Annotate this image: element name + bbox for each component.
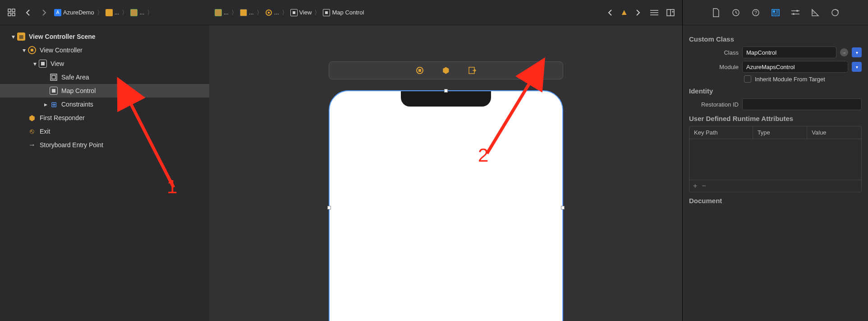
tab-size[interactable] xyxy=(809,7,821,19)
outline-exit[interactable]: ⎋ Exit xyxy=(0,125,209,138)
svg-text:?: ? xyxy=(754,10,757,15)
breadcrumb-center: ... 〉 ... 〉 ... 〉 View 〉 xyxy=(215,9,600,17)
forward-button[interactable] xyxy=(632,6,644,19)
crumb-label: ... xyxy=(115,9,119,16)
tab-file[interactable] xyxy=(710,7,722,19)
chevron-right-icon: 〉 xyxy=(122,9,128,17)
outline-scene[interactable]: ▾ ▦ View Controller Scene xyxy=(0,30,209,43)
viewcontroller-icon[interactable] xyxy=(416,66,424,74)
svg-point-29 xyxy=(793,13,795,15)
outline-label: View Controller xyxy=(40,47,83,54)
arrow-right-icon: → xyxy=(28,141,36,149)
selection-handle[interactable] xyxy=(327,206,331,209)
view-icon xyxy=(323,9,330,16)
chevron-right-icon: 〉 xyxy=(314,9,320,17)
outline-label: Constraints xyxy=(61,101,93,108)
inherit-module-checkbox[interactable] xyxy=(744,75,751,83)
restoration-field[interactable] xyxy=(742,98,862,110)
runtime-attributes-body[interactable] xyxy=(689,139,861,180)
exit-icon[interactable] xyxy=(468,66,476,74)
forward-button[interactable] xyxy=(38,6,51,19)
canvas[interactable]: ⬢ xyxy=(209,25,682,321)
tab-connections[interactable] xyxy=(829,7,841,19)
outline-mapcontrol[interactable]: Map Control xyxy=(0,84,209,98)
cube-icon: ⬢ xyxy=(28,114,36,122)
remove-attribute-button[interactable]: − xyxy=(702,182,706,190)
col-type[interactable]: Type xyxy=(753,126,808,139)
class-dropdown-button[interactable]: ▾ xyxy=(852,47,862,57)
crumb-folder[interactable]: ... xyxy=(106,9,119,16)
outline-viewcontroller[interactable]: ▾ View Controller xyxy=(0,43,209,57)
crumb-mapcontrol[interactable]: Map Control xyxy=(323,9,364,16)
class-field[interactable] xyxy=(742,47,836,58)
chevron-down-icon[interactable]: ▾ xyxy=(32,60,38,67)
jump-bar-center: ... 〉 ... 〉 ... 〉 View 〉 xyxy=(209,0,682,25)
svg-rect-4 xyxy=(51,74,57,80)
warning-icon[interactable]: ▲ xyxy=(620,8,628,17)
crumb-label: ... xyxy=(274,9,279,16)
chevron-down-icon[interactable]: ▾ xyxy=(21,47,27,53)
folder-icon xyxy=(106,9,113,16)
outline-entrypoint[interactable]: → Storyboard Entry Point xyxy=(0,138,209,152)
crumb-item[interactable]: ... xyxy=(240,9,254,16)
back-button[interactable] xyxy=(22,6,34,19)
crumb-item[interactable]: ... xyxy=(265,9,279,16)
crumb-item[interactable]: ... xyxy=(215,9,229,16)
svg-rect-7 xyxy=(268,12,270,14)
outline-label: First Responder xyxy=(40,114,85,121)
inspector-body: Custom Class Class → ▾ Module ▾ Inherit … xyxy=(683,25,868,214)
navigate-arrow-icon[interactable]: → xyxy=(840,48,848,56)
section-custom-class: Custom Class xyxy=(689,35,862,43)
outline-firstresponder[interactable]: ⬢ First Responder xyxy=(0,111,209,125)
firstresponder-icon[interactable]: ⬢ xyxy=(442,66,450,74)
storyboard-icon xyxy=(215,9,222,16)
chevron-down-icon[interactable]: ▾ xyxy=(10,33,16,40)
crumb-storyboard[interactable]: ... xyxy=(130,9,144,16)
outline-label: View xyxy=(51,60,64,67)
svg-rect-3 xyxy=(12,13,15,16)
tab-identity[interactable] xyxy=(770,7,781,19)
crumb-label: View xyxy=(299,9,312,16)
selection-handle[interactable] xyxy=(444,89,448,93)
col-keypath[interactable]: Key Path xyxy=(689,126,753,139)
outline-safearea[interactable]: Safe Area xyxy=(0,70,209,84)
restoration-label: Restoration ID xyxy=(689,101,739,108)
document-outline: ▾ ▦ View Controller Scene ▾ View Control… xyxy=(0,25,209,321)
add-editor-icon[interactable] xyxy=(664,6,677,19)
outline-constraints[interactable]: ▸ ⊞ Constraints xyxy=(0,98,209,111)
viewcontroller-icon xyxy=(265,9,272,16)
module-dropdown-button[interactable]: ▾ xyxy=(852,62,862,72)
back-button[interactable] xyxy=(604,6,616,19)
scene-dock[interactable]: ⬢ xyxy=(329,61,563,79)
col-value[interactable]: Value xyxy=(807,126,861,139)
chevron-right-icon[interactable]: ▸ xyxy=(42,101,49,107)
tab-attributes[interactable] xyxy=(790,7,801,19)
outline-view[interactable]: ▾ View xyxy=(0,57,209,70)
device-frame[interactable] xyxy=(329,90,563,321)
crumb-label: ... xyxy=(139,9,144,16)
crumb-label: ... xyxy=(249,9,254,16)
class-label: Class xyxy=(689,49,739,56)
selection-handle[interactable] xyxy=(561,206,565,209)
crumb-view[interactable]: View xyxy=(290,9,312,16)
safearea-icon xyxy=(50,73,58,81)
tab-help[interactable]: ? xyxy=(750,7,762,19)
scene-icon: ▦ xyxy=(17,33,25,41)
svg-point-27 xyxy=(796,10,798,12)
chevron-right-icon: 〉 xyxy=(257,9,262,17)
svg-rect-22 xyxy=(773,10,775,13)
outline-label: Storyboard Entry Point xyxy=(40,141,103,149)
module-field[interactable] xyxy=(742,61,848,73)
outline-label: Map Control xyxy=(61,87,96,94)
view-icon xyxy=(39,60,47,68)
breadcrumb: A AzureDemo 〉 ... 〉 ... 〉 xyxy=(54,9,204,17)
adjust-editor-icon[interactable] xyxy=(648,6,661,19)
view-icon xyxy=(50,87,58,95)
jump-bar: A AzureDemo 〉 ... 〉 ... 〉 xyxy=(0,0,209,25)
crumb-project[interactable]: A AzureDemo xyxy=(54,9,94,16)
section-identity: Identity xyxy=(689,87,862,95)
add-attribute-button[interactable]: + xyxy=(693,182,697,190)
tab-history[interactable] xyxy=(730,7,742,19)
related-items-icon[interactable] xyxy=(5,6,18,19)
constraints-icon: ⊞ xyxy=(50,100,58,108)
